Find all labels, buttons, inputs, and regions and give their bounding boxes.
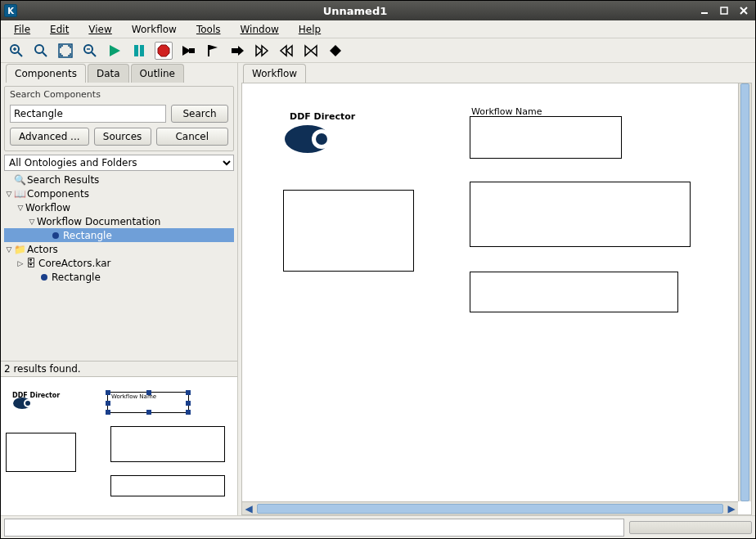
status-input[interactable] [4,519,624,537]
svg-rect-15 [134,45,138,56]
search-panel-title: Search Components [5,87,233,100]
cancel-button[interactable]: Cancel [156,128,228,146]
director-icon[interactable] [283,123,340,155]
menu-edit[interactable]: Edit [40,22,79,37]
svg-rect-22 [232,48,238,53]
canvas-rect[interactable] [470,116,622,159]
scroll-left-icon[interactable]: ◀ [242,503,255,514]
thumb-selected-rect[interactable]: Workflow Name [107,392,189,413]
play-icon[interactable] [106,42,124,60]
tab-workflow[interactable]: Workflow [243,64,306,83]
arrow-right-solid-icon[interactable] [179,42,197,60]
tree-workflow-doc[interactable]: ▽ Workflow Documentation [4,214,234,228]
step-forward-icon[interactable] [253,42,271,60]
canvas-rect[interactable] [283,190,414,272]
loop-icon[interactable] [302,42,320,60]
maximize-button[interactable] [716,4,732,17]
scroll-right-icon[interactable]: ▶ [725,503,738,514]
svg-rect-19 [189,48,195,53]
svg-marker-14 [110,45,120,56]
svg-marker-30 [330,45,341,56]
toolbar [1,38,755,63]
svg-marker-27 [286,46,292,56]
search-button[interactable]: Search [171,105,228,123]
zoom-reset-icon[interactable] [32,42,50,60]
app-window: K Unnamed1 File Edit View Workflow Tools… [0,0,756,539]
svg-point-33 [25,401,30,406]
tree-rectangle-selected[interactable]: Rectangle [4,228,234,242]
app-icon: K [4,4,17,17]
menu-view[interactable]: View [79,22,121,37]
svg-marker-29 [311,46,317,56]
tree-actors[interactable]: ▽📁 Actors [4,242,234,256]
search-icon: 🔍 [14,174,25,186]
tree[interactable]: 🔍 Search Results ▽📖 Components ▽ Workflo… [4,173,234,361]
pause-icon[interactable] [130,42,148,60]
svg-rect-1 [721,7,727,14]
svg-marker-21 [209,45,218,50]
advanced-button[interactable]: Advanced ... [10,128,89,146]
menu-file[interactable]: File [4,22,40,37]
tree-coreactors[interactable]: ▷🗄 CoreActors.kar [4,256,234,270]
thumb-director-icon [12,397,35,410]
window-title: Unnamed1 [17,5,693,17]
svg-point-36 [316,133,327,145]
director-label: DDF Director [290,111,355,122]
progress-bar [629,521,752,534]
canvas-wrap: DDF Director Workflow Name ◀ [241,83,752,515]
svg-point-8 [35,45,43,53]
search-panel: Search Components Search Advanced ... So… [4,86,234,151]
tab-outline[interactable]: Outline [131,64,184,83]
tree-search-results[interactable]: 🔍 Search Results [4,173,234,186]
thumb-rect [110,475,225,496]
folder-icon: 📁 [14,244,25,255]
results-status: 2 results found. [1,361,237,376]
body: Components Data Outline Search Component… [1,63,755,515]
workflow-canvas[interactable]: DDF Director Workflow Name [242,83,738,501]
sources-button[interactable]: Sources [94,128,151,146]
tab-data[interactable]: Data [88,64,129,83]
tree-workflow[interactable]: ▽ Workflow [4,200,234,214]
main-panel: Workflow DDF Director Workflow Name [238,63,755,515]
svg-marker-24 [256,46,262,56]
menu-workflow[interactable]: Workflow [122,22,187,37]
dot-icon [50,232,61,239]
jar-icon: 🗄 [25,258,37,269]
arrow-right-block-icon[interactable] [228,42,246,60]
close-button[interactable] [736,4,752,17]
thumb-rect [110,426,225,462]
minimize-button[interactable] [696,4,713,17]
canvas-rect[interactable] [470,182,691,247]
menu-help[interactable]: Help [289,22,331,37]
tab-components[interactable]: Components [6,64,86,83]
svg-line-12 [92,52,96,56]
overview-thumbnail[interactable]: DDF Director Workflow Name [1,376,237,515]
thumb-rect [6,433,76,472]
zoom-out-icon[interactable] [81,42,99,60]
ontology-select[interactable]: All Ontologies and Folders [4,155,234,171]
tree-components[interactable]: ▽📖 Components [4,186,234,200]
svg-rect-20 [208,45,209,56]
svg-line-9 [43,52,47,56]
zoom-in-icon[interactable] [7,42,25,60]
flag-icon[interactable] [204,42,222,60]
svg-marker-17 [158,45,169,56]
search-input[interactable] [10,105,166,123]
diamond-icon[interactable] [326,42,344,60]
horizontal-scrollbar[interactable]: ◀ ▶ [242,501,738,514]
main-tabs: Workflow [238,63,755,83]
svg-rect-16 [140,45,144,56]
menu-tools[interactable]: Tools [187,22,231,37]
zoom-fit-icon[interactable] [56,42,74,60]
titlebar: K Unnamed1 [1,1,755,20]
vertical-scrollbar[interactable] [738,83,751,501]
canvas-rect[interactable] [470,272,678,312]
menu-window[interactable]: Window [231,22,289,37]
menubar: File Edit View Workflow Tools Window Hel… [1,20,755,38]
svg-marker-23 [238,46,244,56]
step-back-icon[interactable] [277,42,295,60]
book-icon: 📖 [14,188,25,200]
tree-rectangle2[interactable]: Rectangle [4,270,234,284]
svg-line-5 [18,52,22,56]
stop-icon[interactable] [155,42,173,60]
